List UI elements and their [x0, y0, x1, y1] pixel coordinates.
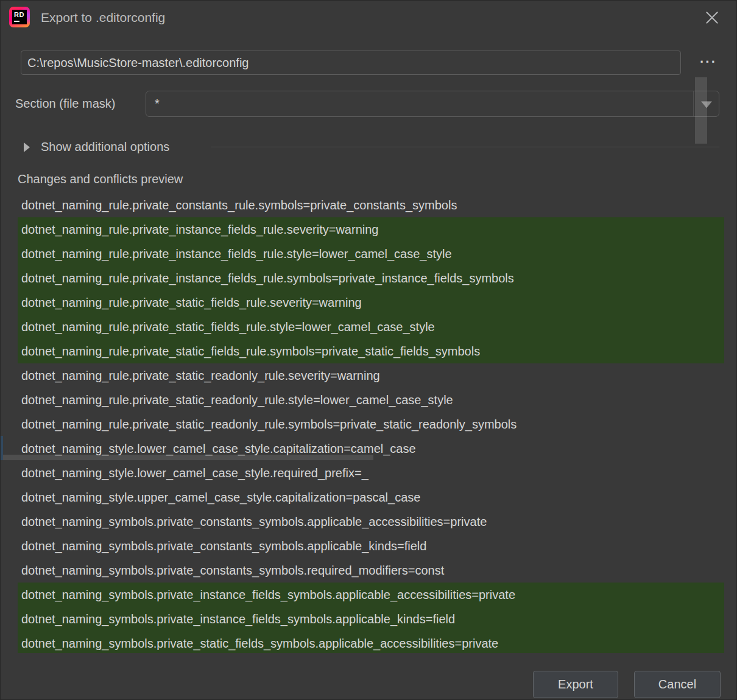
rider-app-icon: RD [9, 7, 30, 27]
preview-row[interactable]: dotnet_naming_symbols.private_static_fie… [18, 631, 724, 653]
changes-preview-list[interactable]: dotnet_naming_rule.private_constants_rul… [18, 193, 724, 653]
preview-row[interactable]: dotnet_naming_symbols.private_instance_f… [18, 607, 724, 631]
preview-row[interactable]: dotnet_naming_rule.private_static_fields… [18, 315, 724, 339]
rider-logo-text: RD [14, 11, 24, 18]
dialog-title: Export to .editorconfig [41, 10, 165, 25]
horizontal-scrollbar-thumb[interactable] [2, 455, 373, 460]
preview-row[interactable]: dotnet_naming_style.lower_camel_case_sty… [18, 461, 724, 485]
preview-row[interactable]: dotnet_naming_rule.private_static_readon… [18, 412, 724, 436]
cancel-button[interactable]: Cancel [634, 671, 721, 698]
rider-logo-inner: RD [12, 10, 27, 24]
section-file-mask-combobox[interactable]: * [146, 91, 719, 117]
combobox-value: * [155, 91, 160, 116]
preview-row[interactable]: dotnet_naming_style.upper_camel_case_sty… [18, 485, 724, 509]
browse-ellipsis-button[interactable]: ··· [697, 53, 719, 72]
vertical-scrollbar-thumb[interactable] [695, 77, 707, 144]
file-path-input[interactable] [21, 51, 681, 75]
export-editorconfig-dialog: { "window": { "title": "Export to .edito… [0, 0, 737, 700]
preview-row[interactable]: dotnet_naming_symbols.private_constants_… [18, 558, 724, 583]
preview-row[interactable]: dotnet_naming_symbols.private_constants_… [18, 509, 724, 534]
preview-row[interactable]: dotnet_naming_rule.private_static_readon… [18, 388, 724, 412]
changes-preview-title: Changes and conflicts preview [18, 172, 183, 186]
preview-row[interactable]: dotnet_naming_symbols.private_instance_f… [18, 583, 724, 607]
section-file-mask-label: Section (file mask) [15, 97, 116, 111]
rider-logo-underscore [14, 21, 19, 22]
preview-row[interactable]: dotnet_naming_symbols.private_constants_… [18, 534, 724, 558]
preview-row[interactable]: dotnet_naming_rule.private_instance_fiel… [18, 242, 724, 266]
preview-row[interactable]: dotnet_naming_rule.private_static_fields… [18, 339, 724, 363]
preview-row[interactable]: dotnet_naming_rule.private_instance_fiel… [18, 266, 724, 290]
expander-arrow-icon[interactable] [24, 142, 30, 152]
separator-line [211, 147, 719, 147]
close-icon[interactable] [704, 9, 721, 26]
preview-row[interactable]: dotnet_naming_rule.private_static_readon… [18, 363, 724, 388]
preview-row[interactable]: dotnet_naming_rule.private_instance_fiel… [18, 217, 724, 242]
export-button[interactable]: Export [533, 671, 618, 698]
preview-row[interactable]: dotnet_naming_rule.private_constants_rul… [18, 193, 724, 217]
show-additional-options-toggle[interactable]: Show additional options [41, 140, 169, 154]
preview-row[interactable]: dotnet_naming_rule.private_static_fields… [18, 290, 724, 315]
window-edge-accent [1, 436, 3, 460]
